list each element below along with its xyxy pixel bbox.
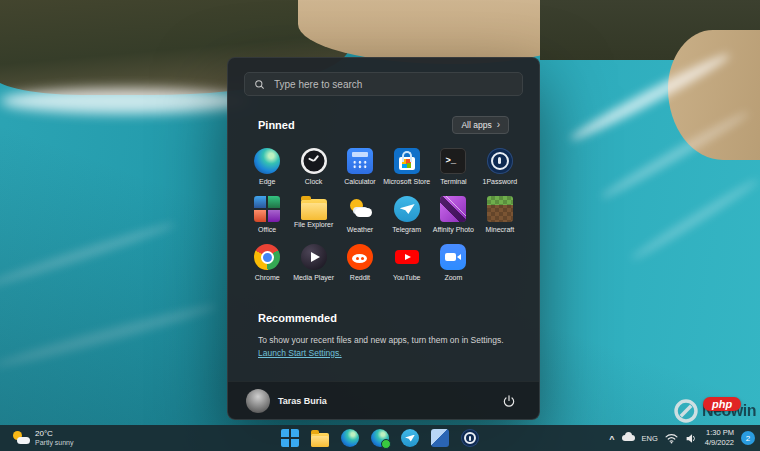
- pinned-grid: EdgeClockCalculatorMicrosoft StoreTermin…: [244, 142, 523, 286]
- edge-update-icon: [371, 429, 389, 447]
- desktop: Pinned All apps › EdgeClockCalculatorMic…: [0, 0, 760, 451]
- pinned-app-minecraft[interactable]: Minecraft: [477, 190, 523, 238]
- php-badge: php: [703, 397, 741, 411]
- chrome-icon: [254, 244, 280, 270]
- recommended-text: To show your recent files and new apps, …: [258, 335, 504, 345]
- app-label: Calculator: [344, 178, 376, 185]
- app-label: 1Password: [482, 178, 517, 185]
- terminal-icon: [440, 148, 466, 174]
- pinned-app-youtube[interactable]: YouTube: [383, 238, 430, 286]
- store-icon: [394, 148, 420, 174]
- folder-icon: [311, 433, 329, 447]
- edge-icon: [341, 429, 359, 447]
- pinned-app-zoom[interactable]: Zoom: [430, 238, 476, 286]
- pinned-title: Pinned: [258, 119, 295, 131]
- power-icon: [502, 394, 516, 408]
- wifi-icon[interactable]: [665, 433, 678, 444]
- app-label: Minecraft: [485, 226, 514, 233]
- onepassword-taskbar-button[interactable]: [458, 426, 482, 450]
- weather-widget[interactable]: 20°C Partly sunny: [6, 425, 80, 451]
- mediaplayer-icon: [301, 244, 327, 270]
- avatar: [246, 389, 270, 413]
- pinned-app-calculator[interactable]: Calculator: [337, 142, 383, 190]
- neowin-watermark: Neowin php: [673, 398, 756, 424]
- blueapp-taskbar-button[interactable]: [428, 426, 452, 450]
- app-label: Weather: [347, 226, 373, 233]
- pinned-app-affinity[interactable]: Affinity Photo: [430, 190, 476, 238]
- chevron-right-icon: ›: [497, 122, 500, 128]
- youtube-icon: [394, 244, 420, 270]
- onepassword-icon: [487, 148, 513, 174]
- pinned-app-terminal[interactable]: Terminal: [430, 142, 476, 190]
- zoom-icon: [440, 244, 466, 270]
- language-indicator[interactable]: ENG: [642, 434, 658, 443]
- app-label: YouTube: [393, 274, 421, 281]
- weather-icon: [347, 196, 373, 222]
- onepassword-icon: [461, 429, 479, 447]
- edge-icon: [254, 148, 280, 174]
- app-label: Media Player: [293, 274, 334, 281]
- start-menu: Pinned All apps › EdgeClockCalculatorMic…: [227, 57, 540, 420]
- start-menu-footer: Taras Buria: [228, 381, 539, 419]
- pinned-app-telegram[interactable]: Telegram: [383, 190, 430, 238]
- telegram-icon: [394, 196, 420, 222]
- pinned-app-edge[interactable]: Edge: [244, 142, 290, 190]
- clock-tray[interactable]: 1:30 PM 4/9/2022: [705, 428, 734, 448]
- office-icon: [254, 196, 280, 222]
- pinned-app-chrome[interactable]: Chrome: [244, 238, 290, 286]
- pinned-app-explorer[interactable]: File Explorer: [290, 190, 336, 238]
- telegram-taskbar-button[interactable]: [398, 426, 422, 450]
- minecraft-icon: [487, 196, 513, 222]
- affinity-icon: [440, 196, 466, 222]
- neowin-logo-icon: [673, 398, 699, 424]
- app-label: Edge: [259, 178, 275, 185]
- search-icon: [254, 79, 265, 90]
- clock-icon: [301, 148, 327, 174]
- recommended-title: Recommended: [258, 312, 509, 324]
- power-button[interactable]: [497, 389, 521, 413]
- telegram-icon: [401, 429, 419, 447]
- search-box[interactable]: [244, 72, 523, 96]
- user-account-button[interactable]: Taras Buria: [246, 389, 327, 413]
- app-label: File Explorer: [294, 221, 333, 228]
- app-label: Reddit: [350, 274, 370, 281]
- pinned-app-weather[interactable]: Weather: [337, 190, 383, 238]
- start-taskbar-button[interactable]: [278, 426, 302, 450]
- all-apps-label: All apps: [461, 120, 491, 130]
- all-apps-button[interactable]: All apps ›: [452, 116, 509, 134]
- partly-sunny-icon: [12, 430, 30, 446]
- notification-badge[interactable]: 2: [741, 431, 755, 445]
- app-label: Zoom: [444, 274, 462, 281]
- app-label: Terminal: [440, 178, 466, 185]
- tray-date: 4/9/2022: [705, 438, 734, 448]
- start-icon: [281, 429, 299, 447]
- app-label: Microsoft Store: [383, 178, 430, 185]
- pinned-app-office[interactable]: Office: [244, 190, 290, 238]
- app-label: Clock: [305, 178, 323, 185]
- system-tray: ^ ENG 1:30 PM 4/9/2022 2: [609, 425, 755, 451]
- edge-update-taskbar-button[interactable]: [368, 426, 392, 450]
- taskbar-center: [278, 425, 482, 451]
- folder-taskbar-button[interactable]: [308, 426, 332, 450]
- pinned-app-mediaplayer[interactable]: Media Player: [290, 238, 336, 286]
- pinned-app-reddit[interactable]: Reddit: [337, 238, 383, 286]
- edge-taskbar-button[interactable]: [338, 426, 362, 450]
- hidden-icons-chevron-icon[interactable]: ^: [609, 434, 614, 444]
- blueapp-icon: [431, 429, 449, 447]
- onedrive-icon[interactable]: [622, 435, 635, 441]
- explorer-icon: [301, 199, 327, 220]
- volume-icon[interactable]: [685, 433, 698, 444]
- search-input[interactable]: [272, 78, 513, 91]
- user-name: Taras Buria: [278, 396, 327, 406]
- tray-time: 1:30 PM: [706, 428, 734, 438]
- launch-start-settings-link[interactable]: Launch Start Settings.: [258, 348, 342, 358]
- pinned-app-clock[interactable]: Clock: [290, 142, 336, 190]
- pinned-app-store[interactable]: Microsoft Store: [383, 142, 430, 190]
- pinned-app-onepassword[interactable]: 1Password: [477, 142, 523, 190]
- recommended-message: To show your recent files and new apps, …: [258, 334, 509, 360]
- weather-condition: Partly sunny: [35, 439, 74, 447]
- calculator-icon: [347, 148, 373, 174]
- app-label: Affinity Photo: [433, 226, 474, 233]
- weather-temperature: 20°C: [35, 429, 74, 439]
- app-label: Office: [258, 226, 276, 233]
